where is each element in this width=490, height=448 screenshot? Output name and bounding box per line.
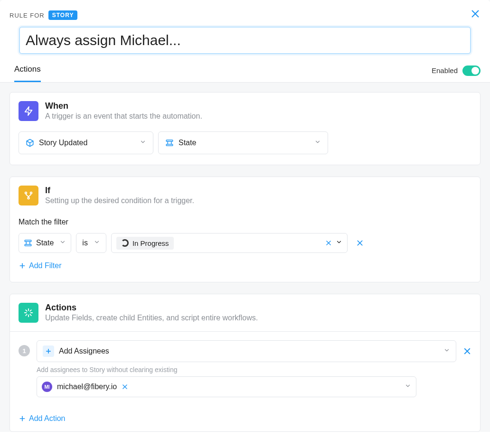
filter-value-text: In Progress bbox=[132, 239, 169, 247]
svg-rect-8 bbox=[25, 240, 31, 242]
state-icon bbox=[165, 139, 174, 147]
filter-operator-select[interactable]: is bbox=[76, 233, 106, 253]
plus-icon bbox=[43, 345, 54, 357]
trigger-entity-select[interactable]: Story Updated bbox=[19, 131, 153, 154]
avatar: MI bbox=[42, 382, 52, 392]
chevron-down-icon bbox=[443, 347, 450, 355]
tab-actions[interactable]: Actions bbox=[14, 65, 41, 82]
actions-desc: Update Fields, create child Entities, an… bbox=[45, 314, 258, 322]
chevron-down-icon bbox=[314, 139, 321, 147]
trigger-field-label: State bbox=[179, 139, 196, 147]
add-action-button[interactable]: Add Action bbox=[19, 414, 66, 423]
if-desc: Setting up the desired condition for a t… bbox=[45, 196, 194, 205]
rule-title-input[interactable] bbox=[26, 32, 464, 48]
when-title: When bbox=[45, 101, 202, 111]
enabled-toggle[interactable] bbox=[462, 65, 481, 76]
if-card: If Setting up the desired condition for … bbox=[9, 177, 481, 282]
trigger-entity-label: Story Updated bbox=[39, 139, 87, 147]
rule-editor-modal: RULE FOR STORY Actions Enabled W bbox=[0, 0, 490, 448]
if-title: If bbox=[45, 186, 194, 196]
filter-field-label: State bbox=[36, 239, 54, 247]
chevron-down-icon bbox=[405, 383, 411, 391]
close-icon[interactable] bbox=[470, 9, 481, 19]
actions-title: Actions bbox=[45, 303, 258, 313]
cube-icon bbox=[26, 139, 34, 147]
match-filter-label: Match the filter bbox=[19, 218, 471, 226]
action-type-label: Add Assignees bbox=[59, 347, 109, 355]
toggle-knob bbox=[471, 67, 479, 75]
enabled-label: Enabled bbox=[432, 66, 458, 75]
remove-assignee-icon[interactable] bbox=[122, 383, 128, 390]
remove-filter-icon[interactable] bbox=[356, 239, 364, 247]
assignee-value: michael@fibery.io bbox=[57, 383, 117, 391]
svg-rect-3 bbox=[166, 140, 173, 141]
chevron-down-icon bbox=[59, 239, 66, 247]
add-filter-button[interactable]: Add Filter bbox=[19, 261, 61, 270]
svg-marker-2 bbox=[25, 107, 32, 115]
entity-type-badge: STORY bbox=[48, 10, 78, 20]
add-filter-label: Add Filter bbox=[29, 261, 61, 270]
step-number-badge: 1 bbox=[19, 345, 30, 356]
trigger-field-select[interactable]: State bbox=[158, 131, 328, 154]
when-desc: A trigger is an event that starts the au… bbox=[45, 112, 202, 121]
chevron-down-icon bbox=[336, 239, 342, 247]
chevron-down-icon bbox=[94, 239, 100, 247]
state-icon bbox=[24, 239, 32, 247]
lightning-icon bbox=[19, 101, 38, 121]
filter-value-chip: In Progress bbox=[116, 237, 174, 250]
actions-card: Actions Update Fields, create child Enti… bbox=[9, 294, 481, 432]
add-action-label: Add Action bbox=[29, 414, 66, 423]
assignee-hint: Add assignees to Story without clearing … bbox=[37, 366, 471, 373]
clear-value-icon[interactable] bbox=[325, 240, 332, 246]
chevron-down-icon bbox=[140, 139, 146, 147]
progress-circle-icon bbox=[121, 239, 129, 247]
rule-title-field[interactable] bbox=[19, 27, 471, 54]
assignee-select[interactable]: MI michael@fibery.io bbox=[37, 376, 416, 397]
sparkle-icon bbox=[19, 303, 38, 323]
branch-icon bbox=[19, 186, 38, 205]
svg-rect-9 bbox=[25, 244, 31, 246]
when-card: When A trigger is an event that starts t… bbox=[9, 92, 481, 165]
action-type-select[interactable]: Add Assignees bbox=[37, 340, 456, 362]
remove-action-icon[interactable] bbox=[463, 347, 471, 355]
filter-operator-label: is bbox=[82, 239, 88, 247]
rule-for-text: RULE FOR bbox=[9, 12, 45, 19]
svg-rect-4 bbox=[166, 144, 173, 146]
filter-value-select[interactable]: In Progress bbox=[111, 233, 348, 253]
filter-field-select[interactable]: State bbox=[19, 233, 71, 253]
rule-for-label: RULE FOR STORY bbox=[9, 10, 481, 20]
